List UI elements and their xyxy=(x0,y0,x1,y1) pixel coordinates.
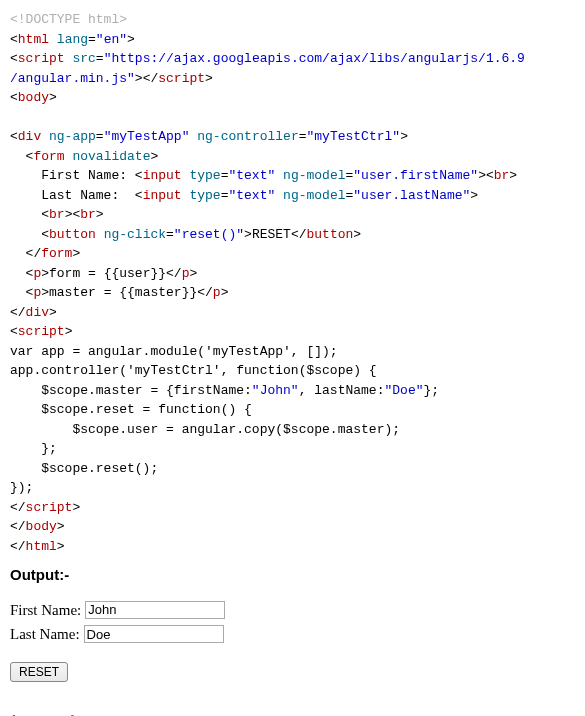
last-name-label: Last Name: xyxy=(10,623,80,646)
first-name-label: First Name: xyxy=(10,599,81,622)
reset-button[interactable]: RESET xyxy=(10,662,68,682)
code-snippet: <!DOCTYPE html> <html lang="en"> <script… xyxy=(10,10,575,556)
output-form: First Name: Last Name: RESET form = {"fi… xyxy=(10,599,575,717)
code-text: <!DOCTYPE html> xyxy=(10,12,127,27)
last-name-input[interactable] xyxy=(84,625,224,643)
output-heading: Output:- xyxy=(10,564,575,587)
first-name-row: First Name: xyxy=(10,599,575,622)
form-output-line: form = {"firstName":"John","lastName":"D… xyxy=(10,710,575,717)
first-name-input[interactable] xyxy=(85,601,225,619)
last-name-row: Last Name: xyxy=(10,623,575,646)
